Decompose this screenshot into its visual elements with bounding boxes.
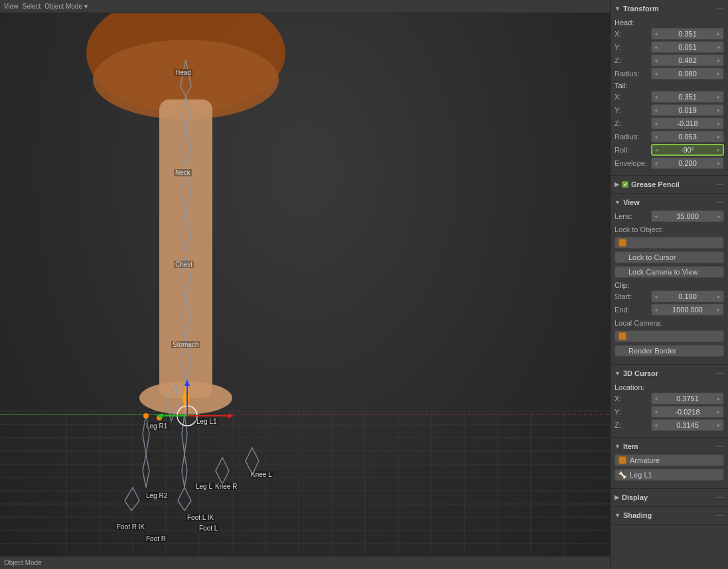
head-radius-arrow-right[interactable]: ▸ bbox=[717, 70, 721, 77]
cursor-x-arrow-right[interactable]: ▸ bbox=[717, 395, 721, 402]
object-mode-dropdown[interactable]: Object Mode ▾ bbox=[44, 3, 87, 10]
envelope-arrow-right[interactable]: ▸ bbox=[717, 160, 721, 166]
tail-y-field[interactable]: ◂ 0.019 ▸ bbox=[651, 104, 724, 116]
head-y-arrow-right[interactable]: ▸ bbox=[717, 44, 721, 50]
grease-pencil-header[interactable]: ▶ ✓ Grease Pencil ··· bbox=[611, 178, 728, 190]
tail-x-arrow-right[interactable]: ▸ bbox=[717, 94, 721, 100]
render-border-button[interactable]: Render Border bbox=[615, 345, 724, 357]
cursor3d-header[interactable]: ▼ 3D Cursor ··· bbox=[611, 367, 728, 379]
lens-arrow-left[interactable]: ◂ bbox=[654, 213, 658, 220]
envelope-row: Envelope: ◂ 0.200 ▸ bbox=[615, 157, 724, 169]
transform-section: ▼ Transform ··· Head: X: ◂ 0.351 ▸ Y: ◂ … bbox=[611, 0, 728, 176]
envelope-label: Envelope: bbox=[615, 159, 651, 167]
clip-start-arrow-left[interactable]: ◂ bbox=[654, 293, 658, 300]
cursor-x-field[interactable]: ◂ 0.3751 ▸ bbox=[651, 393, 724, 405]
cursor-y-arrow-left[interactable]: ◂ bbox=[654, 409, 658, 415]
local-camera-cube-icon bbox=[619, 332, 626, 340]
vp-info: Object Mode bbox=[4, 559, 42, 566]
lock-cursor-button[interactable]: Lock to Cursor bbox=[615, 251, 724, 263]
cursor3d-arrow: ▼ bbox=[615, 370, 620, 377]
tail-y-arrow-left[interactable]: ◂ bbox=[654, 107, 658, 113]
head-x-arrow-left[interactable]: ◂ bbox=[654, 31, 658, 37]
tail-z-field[interactable]: ◂ -0.318 ▸ bbox=[651, 117, 724, 129]
local-camera-field-row bbox=[615, 330, 724, 344]
cursor-z-arrow-right[interactable]: ▸ bbox=[717, 422, 721, 428]
head-x-row: X: ◂ 0.351 ▸ bbox=[615, 28, 724, 40]
item-armature-button[interactable]: Armature bbox=[615, 454, 724, 466]
clip-end-arrow-left[interactable]: ◂ bbox=[654, 306, 658, 313]
head-x-field[interactable]: ◂ 0.351 ▸ bbox=[651, 28, 724, 40]
roll-label: Roll: bbox=[615, 146, 651, 154]
roll-field[interactable]: ◂ -90° ▸ bbox=[651, 144, 724, 156]
tail-y-arrow-right[interactable]: ▸ bbox=[717, 107, 721, 113]
lock-object-button[interactable] bbox=[615, 237, 724, 249]
lens-value: 35.000 bbox=[676, 212, 699, 220]
envelope-field[interactable]: ◂ 0.200 ▸ bbox=[651, 157, 724, 169]
grease-pencil-checkbox[interactable]: ✓ bbox=[622, 181, 628, 188]
head-radius-field[interactable]: ◂ 0.080 ▸ bbox=[651, 68, 724, 80]
tail-radius-arrow-left[interactable]: ◂ bbox=[654, 133, 658, 140]
head-y-field[interactable]: ◂ 0.051 ▸ bbox=[651, 41, 724, 53]
head-z-field[interactable]: ◂ 0.482 ▸ bbox=[651, 54, 724, 66]
envelope-arrow-left[interactable]: ◂ bbox=[654, 160, 658, 166]
transform-arrow: ▼ bbox=[615, 5, 620, 12]
roll-arrow-left[interactable]: ◂ bbox=[655, 147, 658, 153]
select-mode-label: Select bbox=[23, 3, 41, 10]
cursor3d-dots: ··· bbox=[717, 370, 724, 377]
clip-end-row: End: ◂ 1000.000 ▸ bbox=[615, 304, 724, 316]
clip-start-field[interactable]: ◂ 0.100 ▸ bbox=[651, 290, 724, 302]
cursor-x-value: 0.3751 bbox=[676, 395, 699, 403]
render-border-dot bbox=[619, 348, 625, 354]
local-camera-button[interactable] bbox=[615, 330, 724, 342]
tail-radius-field[interactable]: ◂ 0.053 ▸ bbox=[651, 131, 724, 143]
view-content: Lens: ◂ 35.000 ▸ Lock to Object: bbox=[611, 208, 728, 361]
head-radius-arrow-left[interactable]: ◂ bbox=[654, 70, 658, 77]
cursor-y-field[interactable]: ◂ -0.0218 ▸ bbox=[651, 406, 724, 418]
tail-z-arrow-left[interactable]: ◂ bbox=[654, 120, 658, 127]
transform-dots: ··· bbox=[717, 5, 724, 13]
shading-header[interactable]: ▼ Shading ··· bbox=[611, 509, 728, 521]
clip-start-arrow-right[interactable]: ▸ bbox=[717, 293, 721, 300]
tail-radius-arrow-right[interactable]: ▸ bbox=[717, 133, 721, 140]
svg-marker-53 bbox=[246, 448, 259, 474]
view-header[interactable]: ▼ View ··· bbox=[611, 196, 728, 208]
tail-radius-row: Radius: ◂ 0.053 ▸ bbox=[615, 131, 724, 143]
cursor-z-field[interactable]: ◂ 0.3145 ▸ bbox=[651, 419, 724, 431]
roll-arrow-right[interactable]: ▸ bbox=[717, 147, 720, 153]
lens-field[interactable]: ◂ 35.000 ▸ bbox=[651, 210, 724, 222]
roll-row: Roll: ◂ -90° ▸ bbox=[615, 144, 724, 156]
item-title: Item bbox=[623, 442, 638, 450]
transform-content: Head: X: ◂ 0.351 ▸ Y: ◂ 0.051 ▸ Z: bbox=[611, 15, 728, 172]
transform-header[interactable]: ▼ Transform ··· bbox=[611, 3, 728, 15]
view-title: View bbox=[623, 198, 640, 206]
viewport-3d[interactable]: Head Neck Chest Stomach Leg L1 Leg R1 Le… bbox=[0, 0, 610, 569]
clip-end-field[interactable]: ◂ 1000.000 ▸ bbox=[651, 304, 724, 316]
lock-object-field-row bbox=[615, 237, 724, 250]
tail-x-field[interactable]: ◂ 0.351 ▸ bbox=[651, 91, 724, 103]
item-bone-button[interactable]: 🦴 Leg L1 bbox=[615, 469, 724, 481]
tail-x-arrow-left[interactable]: ◂ bbox=[654, 94, 658, 100]
cursor-z-arrow-left[interactable]: ◂ bbox=[654, 422, 658, 428]
item-section: ▼ Item ··· Armature 🦴 Leg L1 bbox=[611, 438, 728, 489]
view-section: ▼ View ··· Lens: ◂ 35.000 ▸ Lock to Obje… bbox=[611, 194, 728, 365]
head-x-arrow-right[interactable]: ▸ bbox=[717, 31, 721, 37]
clip-end-arrow-right[interactable]: ▸ bbox=[717, 306, 721, 313]
lens-row: Lens: ◂ 35.000 ▸ bbox=[615, 210, 724, 222]
head-y-arrow-left[interactable]: ◂ bbox=[654, 44, 658, 50]
tail-z-arrow-right[interactable]: ▸ bbox=[717, 120, 721, 127]
item-header[interactable]: ▼ Item ··· bbox=[611, 440, 728, 452]
viewport-grid bbox=[0, 0, 610, 569]
cursor-z-label: Z: bbox=[615, 421, 651, 429]
grease-pencil-section: ▶ ✓ Grease Pencil ··· bbox=[611, 176, 728, 194]
lock-camera-button[interactable]: Lock Camera to View bbox=[615, 266, 724, 278]
properties-panel: ▼ Transform ··· Head: X: ◂ 0.351 ▸ Y: ◂ … bbox=[610, 0, 728, 569]
cursor-x-arrow-left[interactable]: ◂ bbox=[654, 395, 658, 402]
cursor-y-arrow-right[interactable]: ▸ bbox=[717, 409, 721, 415]
shading-title: Shading bbox=[623, 511, 652, 519]
cursor-y-row: Y: ◂ -0.0218 ▸ bbox=[615, 406, 724, 418]
head-z-arrow-left[interactable]: ◂ bbox=[654, 57, 658, 64]
head-z-arrow-right[interactable]: ▸ bbox=[717, 57, 721, 64]
lens-arrow-right[interactable]: ▸ bbox=[717, 213, 721, 220]
display-header[interactable]: ▶ Display ··· bbox=[611, 491, 728, 503]
tail-x-row: X: ◂ 0.351 ▸ bbox=[615, 91, 724, 103]
